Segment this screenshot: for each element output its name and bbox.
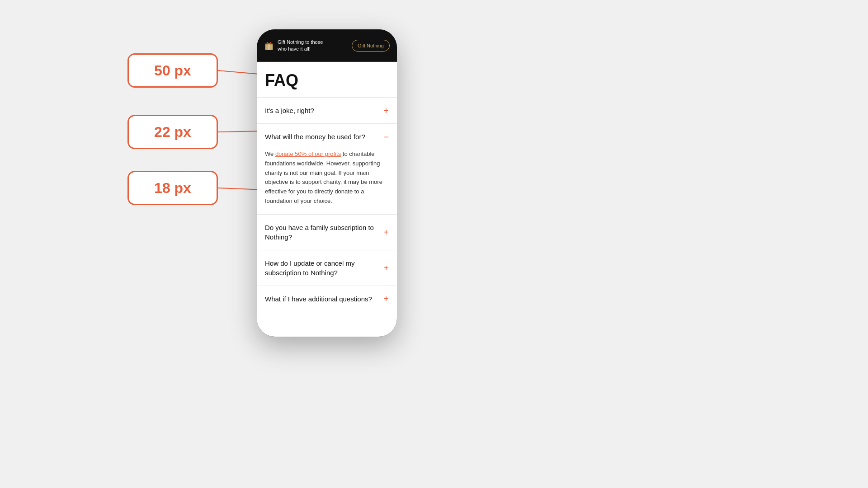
faq-title: FAQ xyxy=(257,62,397,98)
faq-item-4: How do I update or cancel my subscriptio… xyxy=(257,250,397,286)
faq-answer-suffix: to charitable foundations worldwide. How… xyxy=(265,150,382,204)
faq-answer-2: We donate 50% of our profits to charitab… xyxy=(265,150,389,214)
faq-question-row-4[interactable]: How do I update or cancel my subscriptio… xyxy=(265,250,389,286)
top-bar-tagline: Gift Nothing to those who have it all! xyxy=(278,39,332,52)
faq-answer-link[interactable]: donate 50% of our profits xyxy=(275,150,341,157)
annotation-18px-label: 18 px xyxy=(154,180,191,197)
annotation-22px-label: 22 px xyxy=(154,124,191,141)
faq-item-1: It's a joke, right? + xyxy=(257,98,397,124)
annotation-18px: 18 px xyxy=(127,171,218,205)
annotation-22px: 22 px xyxy=(127,115,218,149)
faq-item-5: What if I have additional questions? + xyxy=(257,286,397,312)
phone-frame: Gift Nothing to those who have it all! G… xyxy=(257,29,397,337)
faq-toggle-1[interactable]: + xyxy=(383,106,389,115)
scene: 50 px 22 px 18 px Gi xyxy=(0,0,868,488)
faq-toggle-4[interactable]: + xyxy=(383,263,389,272)
gift-nothing-button[interactable]: Gift Nothing xyxy=(352,40,390,52)
faq-answer-prefix: We xyxy=(265,150,275,157)
faq-question-row-1[interactable]: It's a joke, right? + xyxy=(265,98,389,123)
faq-question-row-5[interactable]: What if I have additional questions? + xyxy=(265,286,389,312)
faq-question-row-3[interactable]: Do you have a family subscription to Not… xyxy=(265,215,389,250)
faq-toggle-3[interactable]: + xyxy=(383,228,389,237)
faq-item-3: Do you have a family subscription to Not… xyxy=(257,215,397,250)
gift-icon xyxy=(264,41,274,51)
faq-question-1: It's a joke, right? xyxy=(265,106,380,115)
faq-question-5: What if I have additional questions? xyxy=(265,294,380,304)
phone-content[interactable]: FAQ It's a joke, right? + What will the … xyxy=(257,62,397,337)
faq-question-3: Do you have a family subscription to Not… xyxy=(265,223,380,242)
faq-item-2: What will the money be used for? − We do… xyxy=(257,124,397,215)
annotation-50px: 50 px xyxy=(127,53,218,88)
faq-question-4: How do I update or cancel my subscriptio… xyxy=(265,258,380,277)
phone-top-bar: Gift Nothing to those who have it all! G… xyxy=(257,29,397,62)
annotation-50px-label: 50 px xyxy=(154,62,191,79)
faq-toggle-2[interactable]: − xyxy=(383,132,389,141)
faq-question-row-2[interactable]: What will the money be used for? − xyxy=(265,124,389,150)
faq-toggle-5[interactable]: + xyxy=(383,294,389,303)
faq-question-2: What will the money be used for? xyxy=(265,132,380,141)
top-bar-left: Gift Nothing to those who have it all! xyxy=(264,39,332,52)
